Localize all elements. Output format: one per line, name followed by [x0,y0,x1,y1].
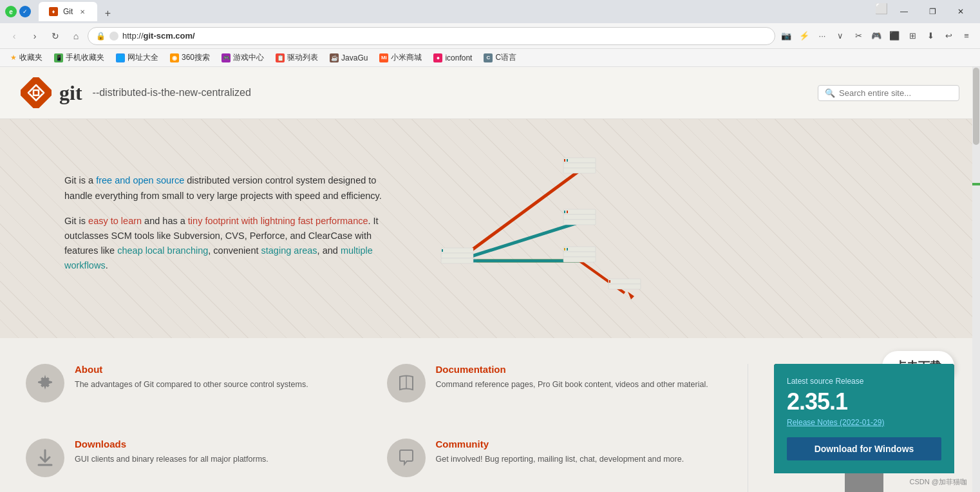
scissors-icon[interactable]: ✂ [850,28,867,44]
scrollbar-thumb[interactable] [973,68,979,145]
xiaomi-icon: Mi [379,53,388,62]
apps-icon[interactable]: ⊞ [904,28,921,44]
bookmark-drivers[interactable]: 📋 驱动列表 [270,51,323,64]
new-tab-button[interactable]: + [100,6,115,21]
iconfont-icon: ● [433,53,442,62]
bookmark-games[interactable]: 🎮 游戏中心 [216,51,269,64]
svg-rect-7 [563,163,596,168]
bookmark-xiaomi[interactable]: Mi 小米商城 [374,51,427,64]
lightning-icon[interactable]: ⚡ [796,28,813,44]
easy-to-learn-link[interactable]: easy to learn [88,216,142,226]
svg-line-1 [457,171,580,261]
hero-paragraph-2: Git is easy to learn and has a tiny foot… [64,214,399,274]
bookmark-label: 手机收藏夹 [66,52,104,63]
tab-close-button[interactable]: ✕ [78,7,87,16]
browser-content: ‹ git --distributed-is-the-new-centraliz… [0,67,980,492]
about-card: About The advantages of Git compared to … [26,364,361,423]
tiny-footprint-link[interactable]: tiny footprint with lightning fast perfo… [188,216,368,226]
window-controls: ⬜ — ❐ ✕ [873,0,975,23]
nav-bar: ‹ › ↻ ⌂ 🔒 http://git-scm.com/ 📷 ⚡ ··· ∨ … [0,23,980,49]
git-logo: git --distributed-is-the-new-centralized [21,77,251,108]
home-button[interactable]: ⌂ [67,27,85,45]
active-tab[interactable]: ♦ Git ✕ [39,2,97,21]
git-name: git [59,81,82,105]
drivers-icon: 📋 [276,53,285,62]
about-content: About The advantages of Git compared to … [75,364,308,391]
svg-rect-26 [608,284,641,289]
free-open-source-link[interactable]: free and open source [96,175,184,185]
git-search[interactable]: 🔍 [818,85,959,101]
p2-end: . [106,260,108,270]
downloads-icon [26,439,64,477]
search-360-icon: ◉ [170,53,179,62]
extensions-icon[interactable]: ··· [814,28,831,44]
download-for-windows-button[interactable]: Download for Windows [787,437,941,460]
git-website: git --distributed-is-the-new-centralized… [0,67,980,492]
network-icon: 🌐 [116,53,125,62]
refresh-button[interactable]: ↻ [46,27,64,45]
forward-button[interactable]: › [26,27,44,45]
cheap-branching-link[interactable]: cheap local branching [117,245,208,256]
downloads-title[interactable]: Downloads [75,439,269,449]
svg-rect-16 [563,247,596,252]
docs-desc: Command reference pages, Pro Git book co… [436,379,708,391]
bookmark-360[interactable]: ◉ 360搜索 [165,51,215,64]
bookmark-mobile[interactable]: 📱 手机收藏夹 [49,51,109,64]
docs-title[interactable]: Documentation [436,364,708,375]
staging-areas-link[interactable]: staging areas [261,245,317,256]
star-icon: ★ [10,53,17,62]
screenshot-icon[interactable]: 📷 [778,28,795,44]
docs-card: Documentation Command reference pages, P… [387,364,722,423]
site-icon [109,32,118,41]
about-icon [26,364,64,402]
version-number: 2.35.1 [787,388,941,415]
monitor-screen: Latest source Release 2.35.1 Release Not… [774,364,954,473]
p2-middle: and has a [142,216,188,226]
minimize-button[interactable]: — [890,0,918,23]
browser-window: e ✓ ♦ Git ✕ + ⬜ — ❐ ✕ ‹ › ↻ ⌂ [0,0,980,492]
svg-rect-13 [563,220,596,225]
back-button[interactable]: ‹ [5,27,23,45]
bookmark-iconfont[interactable]: ● iconfont [428,52,477,64]
git-header: git --distributed-is-the-new-centralized… [0,67,980,119]
edge-icon: e [5,6,17,17]
bookmark-java[interactable]: ☕ JavaGu [325,52,373,64]
game-icon[interactable]: 🎮 [868,28,885,44]
profile-icon[interactable]: ⬜ [873,0,890,17]
bottom-section: About The advantages of Git compared to … [0,338,980,492]
tab-label: Git [63,7,73,16]
cards-section: About The advantages of Git compared to … [26,364,748,492]
p2-after3: , and [317,245,341,256]
community-content: Community Get involved! Bug reporting, m… [436,439,684,466]
address-bar[interactable]: 🔒 http://git-scm.com/ [88,27,775,45]
tab-favicon: ♦ [49,7,58,16]
expand-icon[interactable]: ∨ [832,28,849,44]
menu-icon[interactable]: ≡ [958,28,975,44]
community-icon [387,439,426,477]
puzzle-icon[interactable]: ⬛ [886,28,903,44]
close-button[interactable]: ✕ [947,0,975,23]
games-icon: 🎮 [221,53,231,62]
svg-rect-23 [441,258,473,263]
bookmark-label: 驱动列表 [287,52,318,63]
bookmark-network[interactable]: 🌐 网址大全 [111,51,164,64]
undo-icon[interactable]: ↩ [940,28,957,44]
download-arrow-icon [35,448,55,468]
bookmark-clang[interactable]: C C语言 [478,51,522,64]
branching-diagram-svg [399,145,644,312]
search-input[interactable] [839,88,952,98]
bookmark-label: 游戏中心 [233,52,264,63]
download-icon[interactable]: ⬇ [922,28,939,44]
community-title[interactable]: Community [436,439,684,449]
scrollbar[interactable] [972,67,980,492]
downloads-content: Downloads GUI clients and binary release… [75,439,269,466]
book-icon [397,374,416,393]
release-notes-link[interactable]: Release Notes (2022-01-29) [787,418,941,427]
restore-button[interactable]: ❐ [918,0,947,23]
svg-rect-8 [563,168,596,173]
bookmark-label: 360搜索 [182,52,210,63]
about-title[interactable]: About [75,364,308,375]
community-desc: Get involved! Bug reporting, mailing lis… [436,453,684,466]
bookmark-favorites[interactable]: ★ 收藏夹 [5,51,48,64]
p2-after2: , convenient [208,245,261,256]
